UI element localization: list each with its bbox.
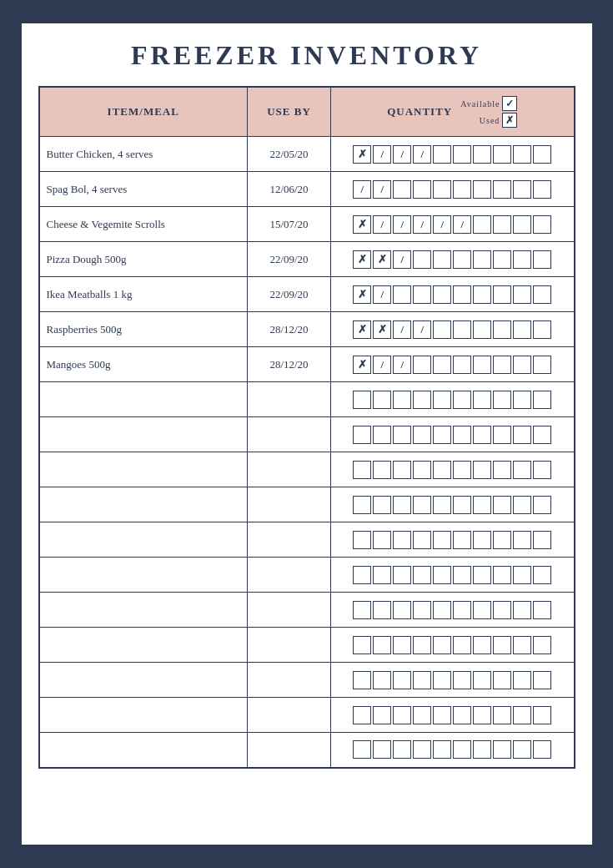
checkbox[interactable] xyxy=(393,180,411,199)
checkbox[interactable] xyxy=(453,636,471,654)
checkbox[interactable] xyxy=(513,496,531,514)
checkbox[interactable] xyxy=(473,426,491,444)
checkbox[interactable] xyxy=(473,145,491,164)
checkbox[interactable] xyxy=(453,671,471,689)
checkbox[interactable] xyxy=(493,320,511,339)
checkbox[interactable] xyxy=(453,566,471,584)
checkbox[interactable] xyxy=(413,250,431,269)
checkbox[interactable]: ✗ xyxy=(353,285,371,304)
checkbox[interactable] xyxy=(493,566,511,584)
checkbox[interactable] xyxy=(373,671,391,689)
checkbox[interactable] xyxy=(533,636,551,654)
checkbox[interactable]: / xyxy=(413,320,431,339)
checkbox[interactable] xyxy=(513,426,531,444)
checkbox[interactable] xyxy=(533,180,551,199)
checkbox[interactable] xyxy=(393,601,411,619)
checkbox[interactable] xyxy=(433,601,451,619)
checkbox[interactable]: / xyxy=(433,215,451,234)
checkbox[interactable] xyxy=(413,285,431,304)
checkbox[interactable] xyxy=(393,496,411,514)
checkbox[interactable] xyxy=(493,706,511,724)
checkbox[interactable] xyxy=(373,566,391,584)
checkbox[interactable] xyxy=(413,601,431,619)
checkbox[interactable] xyxy=(493,285,511,304)
checkbox[interactable] xyxy=(393,566,411,584)
checkbox[interactable] xyxy=(373,601,391,619)
checkbox[interactable] xyxy=(513,356,531,374)
checkbox[interactable] xyxy=(433,426,451,444)
checkbox[interactable] xyxy=(493,215,511,234)
checkbox[interactable] xyxy=(433,740,451,759)
checkbox[interactable] xyxy=(493,426,511,444)
checkbox[interactable] xyxy=(453,461,471,479)
checkbox[interactable] xyxy=(433,320,451,339)
checkbox[interactable] xyxy=(433,706,451,724)
checkbox[interactable] xyxy=(393,391,411,409)
checkbox[interactable] xyxy=(513,706,531,724)
checkbox[interactable] xyxy=(533,566,551,584)
checkbox[interactable] xyxy=(353,601,371,619)
checkbox[interactable]: / xyxy=(373,215,391,234)
checkbox[interactable]: / xyxy=(373,180,391,199)
checkbox[interactable] xyxy=(473,636,491,654)
checkbox[interactable] xyxy=(473,461,491,479)
checkbox[interactable] xyxy=(533,145,551,164)
checkbox[interactable]: ✗ xyxy=(353,215,371,234)
checkbox[interactable] xyxy=(353,740,371,759)
checkbox[interactable] xyxy=(373,496,391,514)
checkbox[interactable] xyxy=(493,391,511,409)
checkbox[interactable] xyxy=(353,391,371,409)
checkbox[interactable] xyxy=(493,671,511,689)
checkbox[interactable] xyxy=(513,636,531,654)
checkbox[interactable] xyxy=(433,285,451,304)
checkbox[interactable] xyxy=(473,601,491,619)
checkbox[interactable] xyxy=(533,215,551,234)
checkbox[interactable] xyxy=(493,531,511,549)
checkbox[interactable] xyxy=(433,356,451,374)
checkbox[interactable] xyxy=(513,285,531,304)
checkbox[interactable] xyxy=(453,601,471,619)
checkbox[interactable]: / xyxy=(393,320,411,339)
checkbox[interactable] xyxy=(413,496,431,514)
checkbox[interactable] xyxy=(353,566,371,584)
checkbox[interactable] xyxy=(513,180,531,199)
checkbox[interactable] xyxy=(473,285,491,304)
checkbox[interactable] xyxy=(473,320,491,339)
checkbox[interactable] xyxy=(493,496,511,514)
checkbox[interactable] xyxy=(513,391,531,409)
checkbox[interactable] xyxy=(413,391,431,409)
checkbox[interactable] xyxy=(513,461,531,479)
checkbox[interactable] xyxy=(413,671,431,689)
checkbox[interactable] xyxy=(473,531,491,549)
checkbox[interactable] xyxy=(413,740,431,759)
checkbox[interactable] xyxy=(453,706,471,724)
checkbox[interactable]: / xyxy=(373,145,391,164)
checkbox[interactable] xyxy=(433,671,451,689)
checkbox[interactable] xyxy=(453,740,471,759)
checkbox[interactable] xyxy=(373,531,391,549)
checkbox[interactable] xyxy=(393,671,411,689)
checkbox[interactable] xyxy=(413,706,431,724)
checkbox[interactable] xyxy=(533,356,551,374)
checkbox[interactable] xyxy=(393,426,411,444)
checkbox[interactable] xyxy=(373,426,391,444)
checkbox[interactable] xyxy=(413,636,431,654)
checkbox[interactable] xyxy=(413,531,431,549)
checkbox[interactable]: / xyxy=(393,356,411,374)
checkbox[interactable] xyxy=(433,250,451,269)
checkbox[interactable] xyxy=(473,671,491,689)
checkbox[interactable]: / xyxy=(373,356,391,374)
checkbox[interactable]: ✗ xyxy=(353,320,371,339)
checkbox[interactable] xyxy=(353,496,371,514)
checkbox[interactable] xyxy=(433,566,451,584)
checkbox[interactable] xyxy=(533,250,551,269)
checkbox[interactable] xyxy=(413,461,431,479)
checkbox[interactable] xyxy=(393,531,411,549)
checkbox[interactable] xyxy=(453,250,471,269)
checkbox[interactable] xyxy=(373,636,391,654)
checkbox[interactable] xyxy=(453,496,471,514)
checkbox[interactable] xyxy=(413,356,431,374)
checkbox[interactable] xyxy=(433,180,451,199)
checkbox[interactable] xyxy=(493,180,511,199)
checkbox[interactable] xyxy=(353,706,371,724)
